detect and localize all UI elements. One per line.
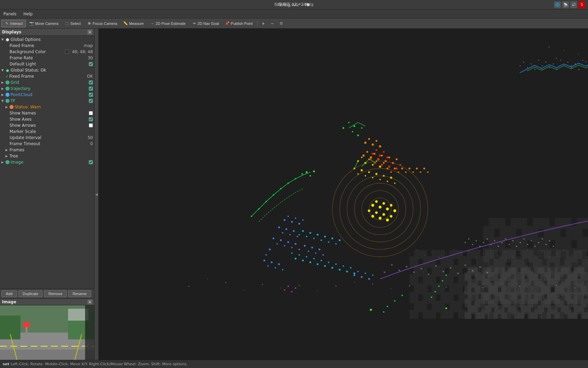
list-item[interactable]: Default Light (0, 61, 94, 67)
svg-point-326 (301, 173, 303, 174)
svg-rect-112 (479, 266, 481, 268)
list-item[interactable]: ▶ Status: Warn (0, 104, 94, 110)
list-item[interactable]: Show Names (0, 110, 94, 116)
list-item[interactable]: ▶ trajectory (0, 86, 94, 92)
bg-color-label: Background Color (10, 49, 65, 54)
tray-icon-4[interactable]: S (578, 1, 585, 8)
svg-rect-96 (545, 244, 546, 245)
menu-help[interactable]: Help (21, 11, 35, 17)
svg-point-136 (284, 219, 285, 221)
toolbar-select[interactable]: ⬚ Select (62, 20, 84, 27)
default-light-checkbox[interactable] (89, 62, 93, 66)
toolbar-publish-point[interactable]: 📌 Publish Point (222, 20, 255, 27)
list-item[interactable]: ▶ PointCloud (0, 92, 94, 98)
toolbar-measure[interactable]: 📏 Measure (120, 20, 146, 27)
svg-text:▓▓▓▓▓▓: ▓▓▓▓▓▓ (464, 267, 588, 319)
svg-point-274 (377, 158, 379, 160)
svg-point-151 (284, 245, 285, 246)
svg-point-137 (288, 216, 289, 217)
tray-icon-1[interactable]: 🌐 (554, 1, 561, 8)
toolbar-zoom-in[interactable]: + (259, 20, 267, 27)
tray-icon-3[interactable]: 🔊 (570, 1, 577, 8)
list-item[interactable]: ▶ Tree (0, 153, 94, 159)
clock: 星期五 12：24● (278, 2, 310, 7)
toolbar-move-camera[interactable]: 📷 Move Camera (27, 20, 61, 27)
toolbar-focus-camera[interactable]: ⊕ Focus Camera (84, 20, 120, 27)
image-checkbox[interactable] (89, 160, 93, 164)
svg-point-187 (339, 239, 341, 241)
svg-point-169 (282, 269, 283, 270)
list-item[interactable]: ▼ ● Global Status: Ok (0, 67, 94, 73)
svg-point-132 (383, 311, 385, 312)
svg-point-243 (376, 140, 377, 142)
svg-point-321 (295, 287, 296, 289)
svg-point-247 (370, 156, 372, 158)
list-item[interactable]: Frame Rate 30 (0, 55, 94, 61)
svg-point-238 (386, 218, 389, 221)
bg-color-value: 48; 48; 48 (72, 49, 93, 54)
toolbar-fit[interactable]: ⊙ (277, 20, 285, 27)
show-arrows-checkbox[interactable] (89, 123, 93, 127)
list-item[interactable]: ✓ Fixed Frame OK (0, 73, 94, 79)
svg-point-188 (291, 252, 293, 254)
expand-icon: ▶ (1, 81, 5, 84)
svg-point-192 (306, 256, 307, 257)
list-item[interactable]: ▶ Image (0, 159, 94, 165)
svg-point-158 (311, 247, 313, 248)
svg-rect-53 (545, 62, 546, 62)
list-item[interactable]: Show Axes (0, 116, 94, 122)
image-panel-close[interactable]: ✕ (87, 300, 92, 304)
toolbar-zoom-out[interactable]: − (268, 20, 276, 27)
list-item[interactable]: ▶ Frames (0, 147, 94, 153)
svg-rect-91 (527, 244, 528, 245)
point-icon: 📌 (225, 21, 230, 26)
list-item[interactable]: Background Color 48; 48; 48 (0, 49, 94, 55)
svg-point-197 (324, 265, 326, 267)
list-item[interactable]: Fixed Frame map (0, 43, 94, 49)
fixed-frame-label: Fixed Frame (10, 43, 82, 48)
toolbar-interact[interactable]: ↖ Interact (1, 20, 26, 27)
remove-button[interactable]: Remove (44, 290, 67, 297)
svg-point-264 (420, 171, 421, 173)
status-text: Left-Click: Rotate. Middle-Click: Move X… (11, 362, 187, 366)
pointcloud-checkbox[interactable] (89, 93, 93, 97)
frame-timeout-label: Frame Timeout (10, 141, 89, 146)
list-item[interactable]: ▶ Grid (0, 79, 94, 86)
rename-button[interactable]: Rename (68, 290, 91, 297)
add-button[interactable]: Add (1, 290, 17, 297)
list-item[interactable]: Marker Scale (0, 128, 94, 135)
image-preview (0, 305, 94, 360)
toolbar-2d-nav[interactable]: ⇒ 2D Nav Goal (189, 20, 222, 27)
trajectory-label: trajectory (11, 86, 87, 91)
tf-checkbox[interactable] (89, 99, 93, 103)
trajectory-checkbox[interactable] (89, 87, 93, 91)
svg-point-202 (343, 265, 344, 266)
3d-view[interactable]: ▓▓▓▓▓▓▓▓ ▓▓▓▓▓▓▓▓▓ ▓▓▓▓▓▓ (99, 29, 588, 360)
collapse-handle[interactable]: ◀ (95, 29, 99, 360)
svg-rect-47 (523, 62, 524, 62)
pointcloud-label: PointCloud (11, 92, 87, 97)
tray-icon-2[interactable]: 📡 (562, 1, 569, 8)
list-item[interactable]: ▼ TF (0, 98, 94, 104)
toolbar-2d-pose[interactable]: → 2D Pose Estimate (147, 20, 188, 27)
duplicate-button[interactable]: Duplicate (18, 290, 43, 297)
list-item[interactable]: ▼ ● Global Options (0, 36, 94, 43)
svg-point-277 (388, 166, 390, 168)
svg-rect-97 (549, 240, 550, 241)
list-item[interactable]: Frame Timeout 0 (0, 141, 94, 147)
svg-rect-310 (542, 251, 542, 252)
displays-close-button[interactable]: ✕ (87, 30, 92, 34)
svg-rect-295 (431, 251, 432, 252)
svg-rect-315 (578, 251, 579, 252)
list-item[interactable]: Show Arrows (0, 122, 94, 128)
svg-rect-46 (520, 65, 520, 66)
show-axes-checkbox[interactable] (89, 117, 93, 121)
grid-checkbox[interactable] (89, 80, 93, 85)
svg-rect-75 (468, 239, 469, 240)
image-panel: Image ✕ (0, 298, 94, 360)
marker-scale-label: Marker Scale (10, 129, 92, 134)
menu-panels[interactable]: Panels (1, 11, 19, 17)
pointcloud-visualization: ▓▓▓▓▓▓▓▓ ▓▓▓▓▓▓▓▓▓ ▓▓▓▓▓▓ (99, 29, 588, 360)
show-names-checkbox[interactable] (89, 111, 93, 115)
list-item[interactable]: Update Interval 50 (0, 135, 94, 141)
